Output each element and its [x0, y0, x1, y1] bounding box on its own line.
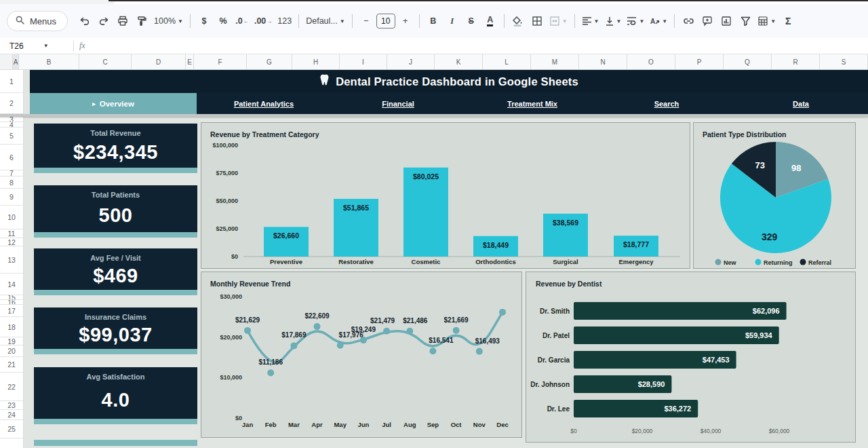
svg-text:$25,000: $25,000 — [216, 225, 238, 232]
kpi-card-avg-fee-visit: Avg Fee / Visit$469 — [34, 248, 197, 295]
dashboard-title: Dental Practice Dashboard in Google Shee… — [336, 75, 578, 88]
svg-text:73: 73 — [755, 160, 765, 170]
tab-financial[interactable]: Financial — [331, 93, 465, 114]
svg-text:$21,629: $21,629 — [235, 316, 260, 324]
svg-text:Dr. Patel: Dr. Patel — [542, 332, 570, 339]
svg-text:Sep: Sep — [427, 421, 439, 428]
svg-text:Jul: Jul — [382, 421, 391, 428]
svg-text:Jan: Jan — [242, 421, 254, 428]
svg-text:Dr. Garcia: Dr. Garcia — [538, 356, 570, 364]
svg-text:Aug: Aug — [403, 421, 416, 428]
svg-text:Patient Type Distribution: Patient Type Distribution — [703, 130, 786, 138]
kpi-card-total-revenue: Total Revenue$234,345 — [34, 124, 197, 173]
active-tab-arrow-icon: ▸ — [92, 100, 96, 107]
svg-text:$80,025: $80,025 — [413, 172, 439, 181]
svg-text:$30,000: $30,000 — [220, 293, 242, 300]
svg-text:Emergency: Emergency — [618, 258, 654, 265]
svg-text:$0: $0 — [570, 428, 577, 434]
svg-text:$100,000: $100,000 — [212, 142, 238, 149]
svg-text:$18,777: $18,777 — [623, 240, 649, 248]
svg-text:Orthodontics: Orthodontics — [475, 258, 516, 265]
dashboard-title-band: Dental Practice Dashboard in Google Shee… — [30, 70, 868, 93]
chart-monthly-revenue-trend[interactable]: Monthly Revenue Trend$30,000$20,000$10,0… — [201, 272, 522, 438]
dashboard-overlay: Dental Practice Dashboard in Google Shee… — [0, 0, 868, 448]
svg-text:Restorative: Restorative — [338, 258, 374, 265]
kpi-card-total-patients: Total Patients500 — [34, 185, 197, 238]
svg-text:Oct: Oct — [451, 421, 462, 428]
svg-text:Dr. Lee: Dr. Lee — [547, 405, 570, 413]
svg-text:$0: $0 — [235, 415, 242, 422]
google-sheets-app: Menus 100%▼ $ % .0← .00→ 123 Defaul...▼ — [0, 0, 868, 448]
svg-text:$62,096: $62,096 — [753, 307, 780, 315]
svg-text:Cosmetic: Cosmetic — [412, 258, 441, 265]
svg-text:$50,000: $50,000 — [216, 198, 238, 204]
chart-revenue-by-dentist[interactable]: Revenue by DentistDr. Smith$62,096Dr. Pa… — [526, 272, 856, 443]
svg-text:Revenue by Dentist: Revenue by Dentist — [536, 280, 602, 288]
svg-text:$21,669: $21,669 — [444, 316, 469, 324]
svg-text:$18,449: $18,449 — [483, 241, 509, 249]
tab-treatment-mix[interactable]: Treatment Mix — [465, 93, 599, 114]
svg-text:Nov: Nov — [473, 421, 486, 428]
svg-text:$17,869: $17,869 — [281, 331, 307, 339]
kpi-card-avg-satisfaction: Avg Satisfaction4.0 — [34, 367, 197, 424]
svg-text:Returning: Returning — [764, 259, 793, 266]
svg-text:May: May — [334, 421, 347, 428]
svg-text:$60,000: $60,000 — [769, 428, 790, 434]
svg-text:$0: $0 — [231, 253, 238, 260]
svg-text:Monthly Revenue Trend: Monthly Revenue Trend — [210, 280, 290, 288]
tab-patient-analytics[interactable]: Patient Analytics — [197, 93, 331, 114]
svg-text:$51,865: $51,865 — [343, 204, 369, 212]
tab-search[interactable]: Search — [599, 93, 734, 114]
svg-text:$11,186: $11,186 — [258, 358, 283, 366]
svg-text:Dec: Dec — [496, 421, 508, 428]
svg-text:Revenue by Treatment Category: Revenue by Treatment Category — [210, 130, 319, 138]
svg-text:$59,934: $59,934 — [745, 331, 773, 339]
svg-text:Dr. Johnson: Dr. Johnson — [530, 381, 570, 388]
tab-data[interactable]: Data — [734, 93, 868, 114]
chart-patient-type-distribution[interactable]: Patient Type Distribution9832973NewRetur… — [693, 122, 856, 269]
chart-revenue-by-treatment[interactable]: Revenue by Treatment Category$100,000$75… — [201, 122, 690, 269]
tooth-icon — [319, 74, 330, 89]
svg-text:$28,590: $28,590 — [638, 380, 665, 388]
svg-text:$75,000: $75,000 — [216, 170, 238, 176]
svg-text:$21,486: $21,486 — [403, 317, 428, 324]
svg-text:$20,000: $20,000 — [220, 334, 242, 341]
svg-text:$47,453: $47,453 — [703, 356, 730, 364]
svg-text:98: 98 — [791, 163, 801, 173]
svg-text:$19,249: $19,249 — [351, 326, 376, 333]
svg-text:Surgical: Surgical — [553, 258, 578, 265]
tab-overview[interactable]: ▸Overview — [30, 93, 197, 114]
svg-text:$36,272: $36,272 — [664, 405, 691, 413]
svg-text:$16,493: $16,493 — [475, 337, 500, 345]
dashboard-tab-bar: ▸OverviewPatient AnalyticsFinancialTreat… — [30, 93, 868, 114]
svg-text:$16,541: $16,541 — [429, 337, 454, 344]
svg-text:Mar: Mar — [288, 421, 300, 428]
svg-text:$40,000: $40,000 — [701, 428, 722, 434]
kpi-card-insurance-claims: Insurance Claims$99,037 — [34, 307, 197, 354]
svg-text:$10,000: $10,000 — [220, 374, 242, 381]
svg-text:$38,569: $38,569 — [553, 219, 578, 227]
svg-text:$21,479: $21,479 — [370, 317, 395, 324]
svg-text:Referral: Referral — [808, 259, 831, 266]
accent-strip — [34, 440, 197, 446]
svg-text:329: 329 — [762, 231, 778, 242]
svg-text:Feb: Feb — [265, 421, 277, 428]
frozen-rows-divider[interactable] — [0, 114, 868, 117]
svg-text:Dr. Smith: Dr. Smith — [540, 307, 570, 315]
svg-text:$22,609: $22,609 — [304, 312, 330, 320]
svg-text:Preventive: Preventive — [270, 258, 302, 265]
svg-text:$20,000: $20,000 — [632, 428, 653, 434]
svg-text:$26,660: $26,660 — [273, 231, 299, 240]
svg-text:Apr: Apr — [311, 421, 323, 428]
svg-text:Jun: Jun — [357, 421, 369, 428]
svg-text:New: New — [724, 259, 737, 266]
